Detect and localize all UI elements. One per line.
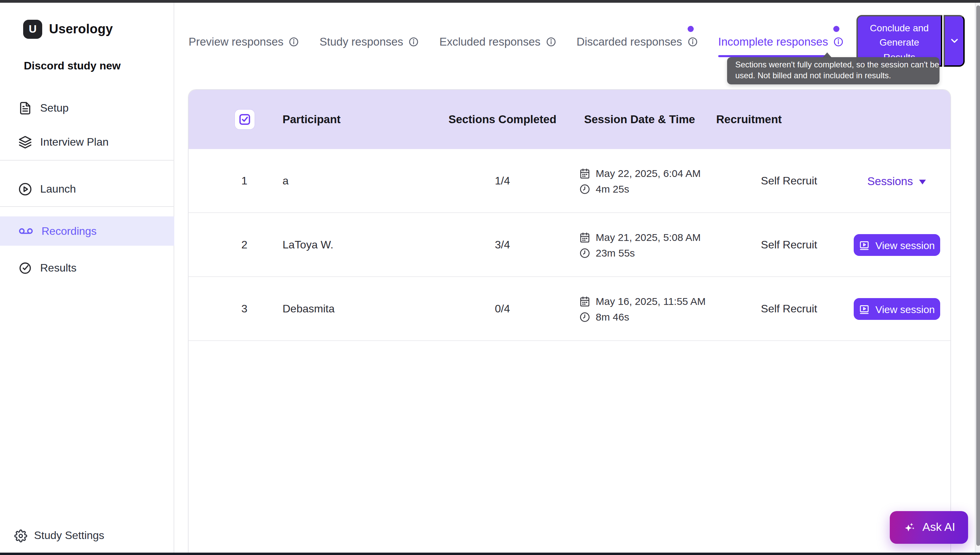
notification-dot [834,26,840,32]
info-icon[interactable] [688,37,698,47]
triangle-down-icon [919,179,926,184]
session-date: May 21, 2025, 5:08 AM [579,231,701,243]
recruitment-value: Self Recruit [734,149,843,213]
sparkles-icon [903,521,916,534]
row-action-cell: Sessions [835,149,958,213]
tab-label: Discarded responses [577,35,682,48]
session-date: May 16, 2025, 11:55 AM [579,295,706,307]
layers-icon [18,135,32,149]
document-icon [18,101,32,115]
sidebar: U Userology Discord study new Setup Inte… [0,3,174,553]
row-index: 2 [231,213,258,277]
recruitment-value: Self Recruit [734,277,843,341]
ask-ai-button[interactable]: Ask AI [890,511,968,544]
brand: U Userology [23,20,113,39]
brand-name: Userology [49,22,113,37]
session-date-time-cell: May 21, 2025, 5:08 AM 23m 55s [579,213,701,277]
sidebar-item-label: Recordings [42,225,97,237]
video-session-icon [858,303,870,315]
sidebar-item-label: Results [40,262,77,274]
sidebar-item-interview-plan[interactable]: Interview Plan [0,127,174,157]
row-index: 1 [231,149,258,213]
column-header-session-date-time: Session Date & Time [584,90,695,149]
tab-excluded-responses[interactable]: Excluded responses [439,26,556,57]
sidebar-divider [0,206,174,207]
scrollbar-thumb[interactable] [976,5,980,546]
tab-study-responses[interactable]: Study responses [320,26,419,57]
sidebar-item-launch[interactable]: Launch [0,174,174,204]
voicemail-icon [18,224,33,239]
clock-icon [579,311,590,322]
column-header-participant: Participant [283,90,341,149]
tab-preview-responses[interactable]: Preview responses [189,26,299,57]
session-date-time-cell: May 16, 2025, 11:55 AM 8m 46s [579,277,706,341]
session-date: May 22, 2025, 6:04 AM [579,167,701,179]
sidebar-item-label: Interview Plan [40,136,109,148]
row-index: 3 [231,277,258,341]
sidebar-item-label: Launch [40,183,76,195]
recruitment-value: Self Recruit [734,213,843,277]
sections-completed-value: 3/4 [443,213,562,277]
calendar-icon [579,168,590,179]
tab-label: Excluded responses [439,35,541,48]
session-date-time-cell: May 22, 2025, 6:04 AM 4m 25s [579,149,701,213]
scrollbar[interactable] [975,3,980,553]
table-row[interactable]: 2 LaToya W. 3/4 May 21, 2025, 5:08 AM 23… [189,213,950,277]
info-icon[interactable] [834,37,844,47]
table-header-row: Participant Sections Completed Session D… [189,90,950,149]
info-icon[interactable] [289,37,299,47]
top-window-strip [0,0,980,3]
checkbox-checked-icon [239,114,251,125]
sidebar-divider [0,160,174,160]
participant-name: LaToya W. [283,213,333,277]
sections-completed-value: 0/4 [443,277,562,341]
view-session-button[interactable]: View session [853,234,940,256]
gear-icon [14,529,27,542]
tooltip-arrow [823,52,832,58]
chevron-down-icon [949,35,959,46]
tab-label: Incomplete responses [718,35,828,48]
participant-name: Debasmita [283,277,334,341]
incomplete-responses-tooltip: Sections weren't fully completed, so the… [727,57,940,84]
tab-discarded-responses[interactable]: Discarded responses [577,26,698,57]
column-header-sections-completed: Sections Completed [443,90,562,149]
target-check-icon [18,261,32,275]
view-session-button[interactable]: View session [853,298,940,320]
incomplete-responses-table: Participant Sections Completed Session D… [188,89,951,553]
tab-label: Preview responses [189,35,284,48]
sidebar-item-label: Setup [40,102,69,114]
session-duration: 4m 25s [579,183,629,195]
session-duration: 23m 55s [579,247,635,258]
sections-completed-value: 1/4 [443,149,562,213]
sidebar-item-results[interactable]: Results [0,253,174,283]
select-all-checkbox[interactable] [235,109,255,129]
study-title: Discord study new [24,60,121,72]
play-circle-icon [18,182,32,196]
clock-icon [579,183,590,194]
notification-dot [688,26,694,32]
row-action-cell: View session [835,213,958,277]
table-row[interactable]: 1 a 1/4 May 22, 2025, 6:04 AM 4m 25s Sel… [189,149,950,213]
conclude-dropdown-button[interactable] [943,15,965,67]
userology-logo-icon: U [23,20,42,39]
participant-name: a [283,149,289,213]
video-session-icon [858,239,870,251]
sessions-dropdown[interactable]: Sessions [868,175,926,188]
sidebar-item-label: Study Settings [34,529,104,542]
table-row[interactable]: 3 Debasmita 0/4 May 16, 2025, 11:55 AM 8… [189,277,950,341]
tab-label: Study responses [320,35,403,48]
sidebar-item-setup[interactable]: Setup [0,93,174,123]
bottom-window-strip [0,553,980,555]
row-action-cell: View session [835,277,958,341]
info-icon[interactable] [546,37,556,47]
column-header-recruitment: Recruitment [716,90,782,149]
calendar-icon [579,232,590,242]
response-tabs: Preview responses Study responses Exclud… [189,26,844,57]
session-duration: 8m 46s [579,311,629,322]
sidebar-item-study-settings[interactable]: Study Settings [14,521,104,550]
sidebar-item-recordings[interactable]: Recordings [0,217,174,246]
calendar-icon [579,296,590,306]
clock-icon [579,247,590,258]
info-icon[interactable] [409,37,419,47]
